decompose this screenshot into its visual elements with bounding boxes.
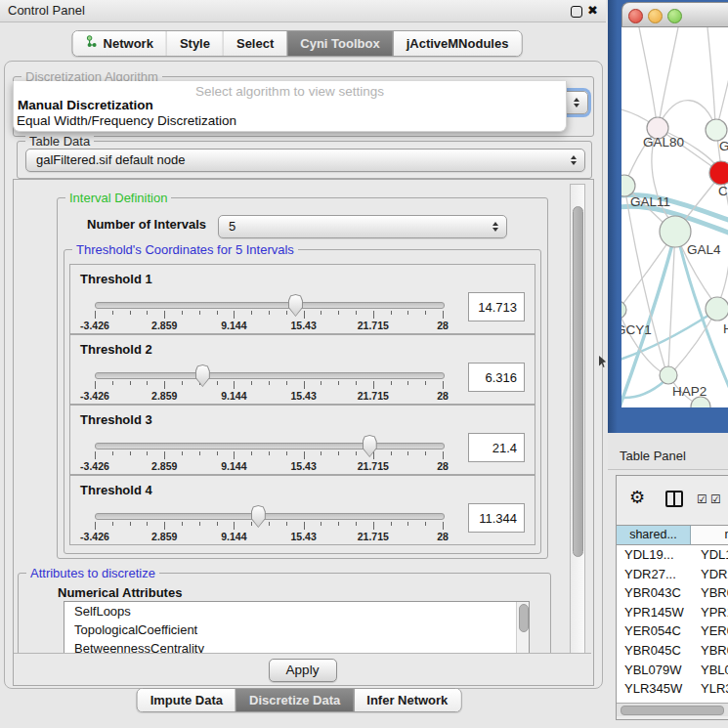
- panel-scrollbar-thumb[interactable]: [573, 206, 583, 557]
- slider-track[interactable]: [95, 443, 445, 450]
- tab-infer-network[interactable]: Infer Network: [353, 689, 460, 711]
- cell-shared-name: YDR27...: [617, 565, 691, 584]
- network-canvas[interactable]: GAL80GCGAL11GAL4GCY1HHAP2: [621, 27, 728, 407]
- attribute-item-topologicalcoefficient[interactable]: TopologicalCoefficient: [64, 621, 529, 639]
- cell-name: YER0: [691, 621, 728, 641]
- checkbox-icon[interactable]: ☑: [697, 492, 707, 506]
- tab-discretize-data[interactable]: Discretize Data: [236, 689, 353, 711]
- number-of-intervals-combobox[interactable]: 5: [218, 215, 507, 238]
- table-row[interactable]: YBL079WYBL0: [617, 661, 728, 680]
- tick-mark: [391, 522, 392, 526]
- threshold-value-field[interactable]: 11.344: [468, 503, 525, 533]
- network-edge[interactable]: [707, 27, 715, 125]
- tick-mark: [338, 451, 339, 455]
- table-horizontal-scrollbar[interactable]: [617, 703, 728, 716]
- cell-name: YLR3: [691, 679, 728, 699]
- tick-mark: [304, 522, 305, 530]
- dropdown-option-equal-width-frequency[interactable]: Equal Width/Frequency Discretization: [17, 113, 236, 128]
- tick-mark: [356, 311, 357, 315]
- dropdown-option-manual-discretization[interactable]: Manual Discretization: [18, 98, 153, 112]
- column-header-na[interactable]: na: [691, 525, 728, 545]
- slider-thumb[interactable]: [195, 364, 210, 387]
- network-node-h[interactable]: [706, 297, 728, 321]
- slider-thumb[interactable]: [288, 294, 303, 317]
- tick-mark: [286, 381, 287, 385]
- tick-label: -3.426: [67, 460, 122, 472]
- tick-mark: [199, 522, 200, 526]
- table-row[interactable]: YDR27...YDR2: [617, 565, 728, 584]
- tab-style[interactable]: Style: [166, 31, 223, 56]
- tick-mark: [425, 381, 426, 385]
- attribute-item-selfloops[interactable]: SelfLoops: [64, 602, 529, 621]
- table-row[interactable]: YLR345WYLR3: [617, 679, 728, 699]
- apply-button[interactable]: Apply: [269, 659, 337, 682]
- combo-arrows-icon: [574, 98, 579, 107]
- table-rows: YDL19...YDL1YDR27...YDR2YBR043CYBR0YPR14…: [617, 545, 728, 703]
- minimize-traffic-light-icon[interactable]: [648, 9, 663, 23]
- close-traffic-light-icon[interactable]: [628, 9, 643, 23]
- tick-mark: [304, 381, 305, 389]
- tick-mark: [182, 381, 183, 385]
- cell-shared-name: YDL19...: [617, 545, 691, 565]
- tick-mark: [251, 522, 252, 526]
- table-row[interactable]: YBR043CYBR0: [617, 583, 728, 603]
- tab-network[interactable]: Network: [73, 31, 166, 56]
- list-scrollbar-thumb[interactable]: [519, 604, 529, 632]
- float-window-icon[interactable]: [571, 6, 582, 18]
- tab-label: Select: [236, 32, 274, 55]
- attributes-group-title: Attributes to discretize: [26, 566, 159, 580]
- tab-cyni-toolbox[interactable]: Cyni Toolbox: [286, 31, 392, 56]
- tab-impute-data[interactable]: Impute Data: [138, 689, 236, 711]
- panel-scrollbar[interactable]: [570, 184, 585, 656]
- network-node-gcy1[interactable]: [621, 301, 626, 319]
- tick-mark: [407, 451, 408, 455]
- numerical-attributes-label: Numerical Attributes: [58, 585, 182, 600]
- tick-label: 21.715: [346, 460, 401, 472]
- tick-mark: [373, 311, 374, 319]
- slider-track[interactable]: [95, 372, 445, 379]
- tab-jactivemnodules[interactable]: jActiveMNodules: [393, 31, 522, 56]
- table-panel: ⚙ ☑ ☑ shared...na YDL19...YDL1YDR27...YD…: [616, 475, 728, 720]
- tick-mark: [407, 522, 408, 526]
- checkbox-icon[interactable]: ☑: [710, 492, 721, 506]
- slider-track[interactable]: [95, 302, 445, 309]
- table-row[interactable]: YBR045CYBR0: [617, 641, 728, 661]
- list-scrollbar[interactable]: [516, 602, 529, 655]
- split-columns-icon[interactable]: [665, 491, 683, 507]
- column-header-shared[interactable]: shared...: [617, 525, 691, 545]
- slider-thumb-face: [196, 365, 209, 386]
- network-edge[interactable]: [639, 27, 657, 124]
- threshold-value-field[interactable]: 6.316: [468, 363, 525, 392]
- gear-icon[interactable]: ⚙: [629, 487, 645, 508]
- zoom-traffic-light-icon[interactable]: [667, 9, 682, 23]
- interval-definition-group: Interval Definition Number of Intervals …: [57, 197, 548, 559]
- tab-select[interactable]: Select: [223, 31, 286, 56]
- threshold-value-field[interactable]: 14.713: [468, 292, 525, 321]
- cyni-toolbox-panel: Discretization Algorithm Table Data galF…: [4, 61, 603, 689]
- tick-mark: [338, 381, 339, 385]
- cell-shared-name: YLR345W: [617, 679, 691, 699]
- slider-track[interactable]: [95, 513, 445, 520]
- network-node-g[interactable]: [706, 119, 727, 141]
- network-window-titlebar[interactable]: [621, 2, 728, 27]
- close-icon[interactable]: ✖: [587, 2, 598, 20]
- cell-shared-name: YPR145W: [617, 603, 691, 622]
- node-label: GAL80: [643, 135, 684, 150]
- tick-label: 9.144: [206, 320, 261, 331]
- slider-thumb[interactable]: [363, 435, 377, 457]
- tab-label: Style: [180, 32, 210, 55]
- table-row[interactable]: YDL19...YDL1: [617, 545, 728, 565]
- threshold-label: Threshold 2: [80, 342, 152, 357]
- tick-mark: [164, 381, 165, 389]
- table-hscrollbar-thumb[interactable]: [621, 706, 724, 715]
- tick-mark: [217, 381, 218, 385]
- slider-thumb[interactable]: [251, 505, 266, 528]
- threshold-value-field[interactable]: 21.4: [468, 433, 525, 462]
- network-node-hap2[interactable]: [660, 366, 677, 384]
- table-row[interactable]: YER054CYER0: [617, 621, 728, 641]
- table-data-combobox[interactable]: galFiltered.sif default node: [25, 149, 585, 172]
- network-node-c[interactable]: [709, 161, 728, 185]
- table-row[interactable]: YPR145WYPR1: [617, 603, 728, 622]
- tick-mark: [338, 522, 339, 526]
- node-label: H: [723, 321, 728, 336]
